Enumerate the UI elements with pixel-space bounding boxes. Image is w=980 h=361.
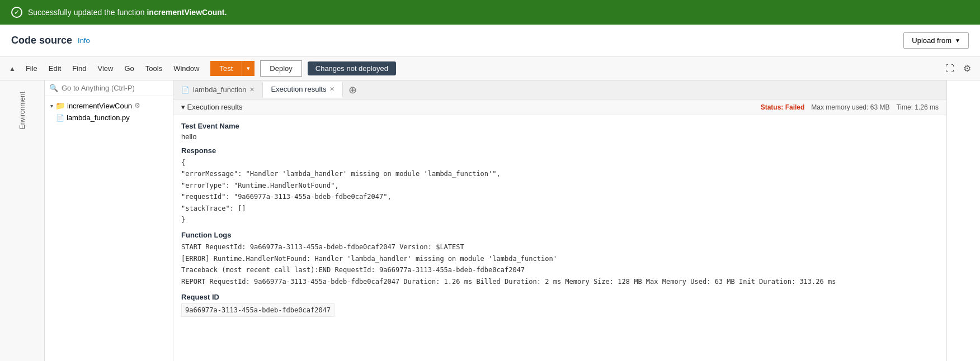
tab-add-button[interactable]: ⊕: [343, 82, 362, 98]
main-container: Code source Info Upload from ▼ ▲ File Ed…: [0, 25, 980, 361]
response-block: { "errorMessage": "Handler 'lambda_handl…: [181, 157, 939, 225]
execution-area: ▾ Execution results Status: Failed Max m…: [173, 99, 946, 361]
tab-close-1[interactable]: ✕: [329, 86, 334, 93]
tab-label-0: lambda_function: [193, 86, 246, 94]
response-line-1: "errorMessage": "Handler 'lambda_handler…: [181, 168, 939, 179]
banner-text: Successfully updated the function increm…: [28, 8, 227, 17]
check-icon: ✓: [11, 7, 22, 18]
memory-value: 63 MB: [870, 103, 890, 111]
toolbar: ▲ File Edit Find View Go Tools Window Te…: [0, 57, 980, 80]
page-title: Code source: [11, 35, 72, 46]
folder-name: incrementViewCoun: [67, 102, 132, 110]
response-line-3: "requestId": "9a66977a-3113-455a-bdeb-fd…: [181, 191, 939, 202]
file-name: lambda_function.py: [67, 113, 130, 122]
folder-item[interactable]: ▾ 📁 incrementViewCoun ⚙: [45, 99, 173, 112]
log-line-3: Traceback (most recent call last):END Re…: [181, 264, 939, 276]
response-title: Response: [181, 146, 939, 155]
file-panel: 🔍 ▾ 📁 incrementViewCoun ⚙ 📄 lambda_funct…: [45, 80, 173, 361]
upload-from-button[interactable]: Upload from ▼: [903, 32, 969, 49]
memory-label-text: Max memory used:: [811, 103, 868, 111]
response-line-2: "errorType": "Runtime.HandlerNotFound",: [181, 180, 939, 191]
folder-icon: 📁: [55, 101, 65, 110]
tab-file-icon-0: 📄: [181, 86, 190, 94]
logs-block: START RequestId: 9a66977a-3113-455a-bdeb…: [181, 241, 939, 287]
info-link[interactable]: Info: [78, 36, 90, 45]
test-dropdown-button[interactable]: ▾: [242, 61, 255, 76]
menu-go[interactable]: Go: [120, 62, 139, 75]
deploy-button[interactable]: Deploy: [260, 60, 301, 77]
menu-file[interactable]: File: [21, 62, 42, 75]
file-item[interactable]: 📄 lambda_function.py: [45, 112, 173, 124]
search-input[interactable]: [62, 84, 168, 92]
response-line-0: {: [181, 157, 939, 168]
toolbar-collapse-button[interactable]: ▲: [6, 63, 19, 74]
time-label: Time: 1.26 ms: [896, 103, 939, 111]
editor-area: Environment 🔍 ▾ 📁 incrementViewCoun ⚙ 📄 …: [0, 80, 980, 361]
response-line-5: }: [181, 214, 939, 225]
log-line-4: REPORT RequestId: 9a66977a-3113-455a-bde…: [181, 276, 939, 287]
success-banner: ✓ Successfully updated the function incr…: [0, 0, 980, 25]
right-panel: [946, 80, 980, 361]
settings-button[interactable]: ⚙: [960, 61, 974, 76]
tab-lambda-function[interactable]: 📄 lambda_function ✕: [173, 82, 263, 97]
memory-label: Max memory used: 63 MB: [811, 103, 889, 111]
search-icon: 🔍: [49, 84, 58, 92]
execution-results-title: ▾ Execution results: [181, 103, 243, 111]
execution-content: Test Event Name hello Response { "errorM…: [173, 115, 946, 324]
log-line-2: [ERROR] Runtime.HandlerNotFound: Handler…: [181, 253, 939, 264]
sidebar: Environment: [0, 80, 45, 361]
folder-gear-icon[interactable]: ⚙: [134, 102, 140, 110]
menu-edit[interactable]: Edit: [44, 62, 65, 75]
status-label-text: Status:: [761, 103, 784, 111]
fullscreen-button[interactable]: ⛶: [942, 61, 958, 76]
menu-window[interactable]: Window: [169, 62, 204, 75]
header-row: Code source Info Upload from ▼: [0, 25, 980, 57]
tab-close-0[interactable]: ✕: [249, 86, 255, 93]
time-value: 1.26 ms: [915, 103, 939, 111]
folder-collapse-arrow: ▾: [50, 103, 53, 109]
changes-not-deployed-badge: Changes not deployed: [308, 61, 396, 75]
request-id-value: 9a66977a-3113-455a-bdeb-fdbe0caf2047: [181, 303, 334, 317]
response-line-4: "stackTrace": []: [181, 203, 939, 214]
code-editor: 📄 lambda_function ✕ Execution results ✕ …: [173, 80, 946, 361]
upload-from-label: Upload from: [912, 36, 951, 45]
menu-find[interactable]: Find: [68, 62, 91, 75]
tabs-bar: 📄 lambda_function ✕ Execution results ✕ …: [173, 80, 946, 99]
upload-from-dropdown-arrow: ▼: [955, 37, 960, 44]
request-id-title: Request ID: [181, 293, 939, 301]
log-line-1: START RequestId: 9a66977a-3113-455a-bdeb…: [181, 241, 939, 253]
search-bar: 🔍: [45, 80, 173, 96]
time-label-text: Time:: [896, 103, 913, 111]
tab-label-1: Execution results: [271, 85, 326, 93]
function-logs-title: Function Logs: [181, 231, 939, 239]
menu-tools[interactable]: Tools: [141, 62, 167, 75]
test-event-name-value: hello: [181, 132, 939, 141]
file-icon: 📄: [56, 114, 64, 122]
execution-header: ▾ Execution results Status: Failed Max m…: [173, 99, 946, 115]
environment-label: Environment: [18, 86, 26, 135]
file-tree: ▾ 📁 incrementViewCoun ⚙ 📄 lambda_functio…: [45, 96, 173, 127]
menu-view[interactable]: View: [93, 62, 118, 75]
test-button[interactable]: Test: [210, 61, 242, 76]
status-value: Failed: [785, 103, 805, 111]
test-event-name-title: Test Event Name: [181, 122, 939, 130]
test-btn-group: Test ▾: [210, 61, 255, 76]
status-label: Status: Failed: [761, 103, 805, 111]
tab-execution-results[interactable]: Execution results ✕: [263, 82, 343, 98]
